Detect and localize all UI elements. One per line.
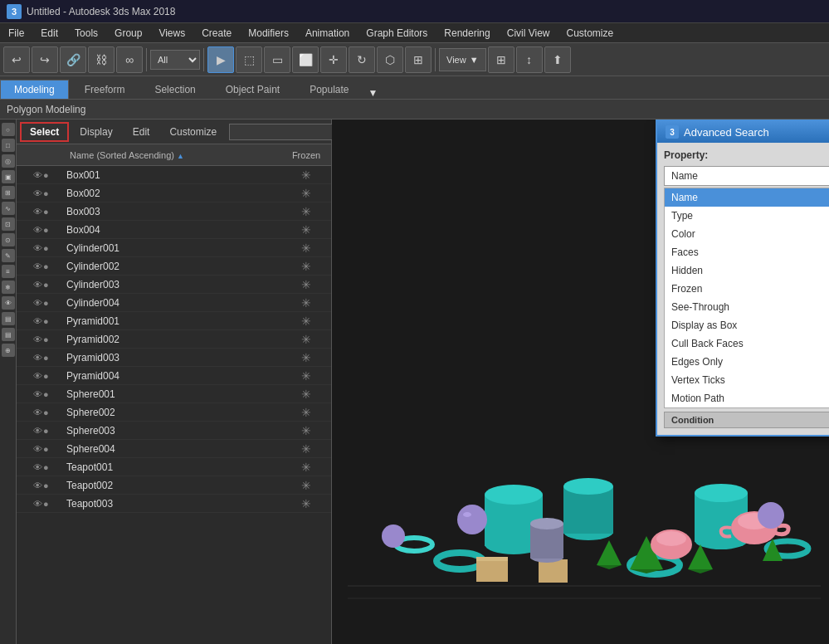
viewport-layout[interactable]: ⊞	[488, 46, 514, 73]
property-list-options[interactable]: NameTypeColorFacesHiddenFrozenSee-Throug…	[664, 188, 829, 408]
menu-modifiers[interactable]: Modifiers	[240, 23, 297, 42]
select-region-tool[interactable]: ⬚	[236, 46, 262, 73]
tab-display[interactable]: Display	[71, 123, 121, 141]
visibility-icon[interactable]: 👁	[33, 316, 42, 326]
menu-graph-editors[interactable]: Graph Editors	[358, 23, 436, 42]
left-icon-14[interactable]: ▤	[2, 328, 15, 341]
left-icon-6[interactable]: ∿	[2, 202, 15, 215]
property-option-color[interactable]: Color	[665, 225, 829, 243]
select-tool[interactable]: ▶	[207, 46, 234, 73]
visibility-icon[interactable]: 👁	[33, 426, 42, 436]
visibility-icon[interactable]: 👁	[33, 499, 42, 509]
scene-row-cylinder001[interactable]: 👁 ● Cylinder001 ✳	[17, 239, 331, 257]
property-option-frozen[interactable]: Frozen	[665, 280, 829, 298]
visibility-icon[interactable]: 👁	[33, 481, 42, 490]
col-name-header[interactable]: Name (Sorted Ascending) ▲	[66, 150, 281, 160]
select-rotate[interactable]: ⬡	[377, 46, 403, 73]
tab-edit[interactable]: Edit	[124, 123, 159, 141]
left-icon-2[interactable]: □	[2, 139, 15, 152]
visibility-icon[interactable]: 👁	[33, 261, 42, 271]
property-option-faces[interactable]: Faces	[665, 243, 829, 261]
left-icon-12[interactable]: 👁	[2, 296, 15, 310]
left-icon-7[interactable]: ⊡	[2, 217, 15, 231]
viewport-controls[interactable]: ↕	[516, 46, 543, 73]
menu-customize[interactable]: Customize	[558, 23, 622, 42]
property-option-edges-only[interactable]: Edges Only	[665, 353, 829, 371]
unlink-button[interactable]: ⛓	[88, 46, 115, 73]
scene-row-cylinder003[interactable]: 👁 ● Cylinder003 ✳	[17, 276, 331, 294]
redo-button[interactable]: ↪	[32, 46, 58, 73]
scene-row-box004[interactable]: 👁 ● Box004 ✳	[17, 221, 331, 239]
lasso-select[interactable]: ⬜	[292, 46, 319, 73]
scene-row-box002[interactable]: 👁 ● Box002 ✳	[17, 184, 331, 202]
property-option-motion-path[interactable]: Motion Path	[665, 389, 829, 407]
menu-group[interactable]: Group	[106, 23, 150, 42]
visibility-icon[interactable]: 👁	[33, 298, 42, 308]
tab-freeform[interactable]: Freeform	[71, 80, 139, 99]
visibility-icon[interactable]: 👁	[33, 444, 42, 454]
rectangular-select[interactable]: ▭	[264, 46, 290, 73]
scene-row-box001[interactable]: 👁 ● Box001 ✳	[17, 166, 331, 184]
scene-list[interactable]: 👁 ● Box001 ✳ 👁 ● Box002 ✳ 👁 ● Box003 ✳	[17, 166, 331, 644]
visibility-icon[interactable]: 👁	[33, 389, 42, 399]
ribbon-more[interactable]: ▼	[368, 87, 378, 99]
left-icon-8[interactable]: ⊙	[2, 233, 15, 246]
tab-customize-scene[interactable]: Customize	[160, 123, 226, 141]
property-option-name[interactable]: Name	[665, 188, 829, 207]
visibility-icon[interactable]: 👁	[33, 407, 42, 417]
rotate-tool[interactable]: ↻	[349, 46, 375, 73]
tab-modeling[interactable]: Modeling	[0, 80, 69, 99]
scene-row-cylinder002[interactable]: 👁 ● Cylinder002 ✳	[17, 257, 331, 276]
scale-tool[interactable]: ⊞	[405, 46, 432, 73]
menu-views[interactable]: Views	[150, 23, 193, 42]
visibility-icon[interactable]: 👁	[33, 353, 42, 363]
scene-row-teapot003[interactable]: 👁 ● Teapot003 ✳	[17, 495, 331, 513]
menu-file[interactable]: File	[0, 23, 32, 42]
left-icon-10[interactable]: ≡	[2, 265, 15, 278]
left-icon-9[interactable]: ✎	[2, 249, 15, 262]
move-tool[interactable]: ✛	[320, 46, 347, 73]
left-icon-4[interactable]: ▣	[2, 170, 15, 183]
tab-select[interactable]: Select	[20, 122, 69, 142]
visibility-icon[interactable]: 👁	[33, 462, 42, 472]
view-dropdown[interactable]: View ▼	[439, 48, 486, 71]
visibility-icon[interactable]: 👁	[33, 280, 42, 290]
tab-selection[interactable]: Selection	[140, 80, 209, 99]
scene-row-pyramid003[interactable]: 👁 ● Pyramid003 ✳	[17, 349, 331, 367]
visibility-icon[interactable]: 👁	[33, 207, 42, 217]
scene-row-pyramid001[interactable]: 👁 ● Pyramid001 ✳	[17, 312, 331, 330]
left-icon-5[interactable]: ⊞	[2, 186, 15, 199]
property-option-hidden[interactable]: Hidden	[665, 261, 829, 280]
visibility-icon[interactable]: 👁	[33, 371, 42, 381]
visibility-icon[interactable]: 👁	[33, 334, 42, 344]
dialog-title-bar[interactable]: 3 Advanced Search	[657, 121, 829, 143]
select-filter-dropdown[interactable]: All	[150, 50, 200, 70]
property-select[interactable]: Name	[664, 166, 829, 186]
undo-button[interactable]: ↩	[3, 46, 30, 73]
scene-row-pyramid004[interactable]: 👁 ● Pyramid004 ✳	[17, 367, 331, 385]
property-option-cull-back-faces[interactable]: Cull Back Faces	[665, 334, 829, 353]
menu-animation[interactable]: Animation	[297, 23, 358, 42]
visibility-icon[interactable]: 👁	[33, 243, 42, 253]
menu-tools[interactable]: Tools	[66, 23, 106, 42]
bind-button[interactable]: ∞	[116, 46, 143, 73]
left-icon-1[interactable]: ○	[2, 123, 15, 136]
scene-row-cylinder004[interactable]: 👁 ● Cylinder004 ✳	[17, 294, 331, 312]
scene-row-sphere004[interactable]: 👁 ● Sphere004 ✳	[17, 440, 331, 458]
scene-row-sphere003[interactable]: 👁 ● Sphere003 ✳	[17, 422, 331, 440]
scene-row-teapot002[interactable]: 👁 ● Teapot002 ✳	[17, 476, 331, 495]
menu-civil-view[interactable]: Civil View	[499, 23, 558, 42]
property-option-type[interactable]: Type	[665, 207, 829, 225]
tab-object-paint[interactable]: Object Paint	[212, 80, 294, 99]
left-icon-13[interactable]: ▤	[2, 312, 15, 325]
menu-edit[interactable]: Edit	[32, 23, 66, 42]
scene-row-sphere001[interactable]: 👁 ● Sphere001 ✳	[17, 385, 331, 403]
link-button[interactable]: 🔗	[60, 46, 86, 73]
maximize-viewport[interactable]: ⬆	[544, 46, 571, 73]
scene-row-teapot001[interactable]: 👁 ● Teapot001 ✳	[17, 458, 331, 476]
visibility-icon[interactable]: 👁	[33, 225, 42, 235]
property-option-vertex-ticks[interactable]: Vertex Ticks	[665, 371, 829, 389]
property-option-display-as-box[interactable]: Display as Box	[665, 316, 829, 334]
property-option-see-through[interactable]: See-Through	[665, 298, 829, 316]
left-icon-11[interactable]: ❄	[2, 281, 15, 294]
